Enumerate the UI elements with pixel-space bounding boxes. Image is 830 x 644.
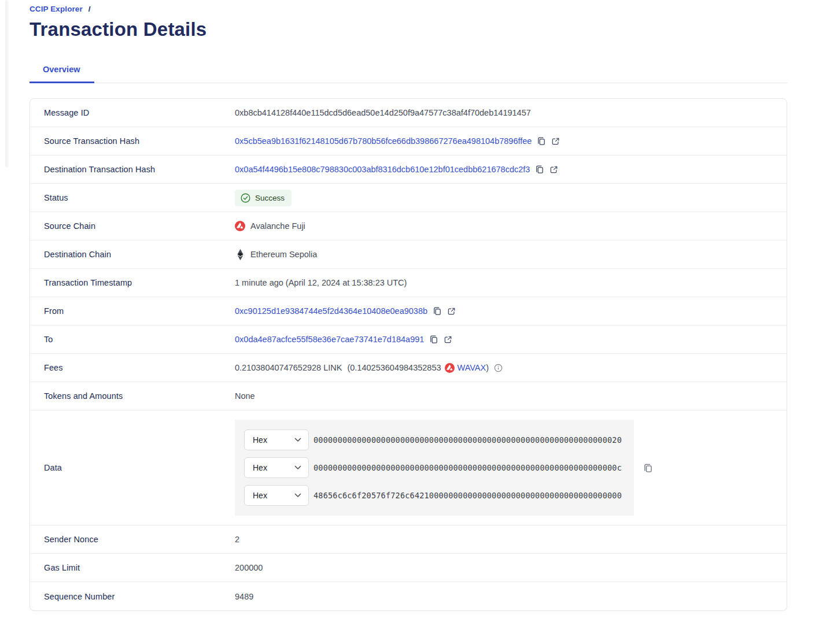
from-address-link[interactable]: 0xc90125d1e9384744e5f2d4364e10408e0ea903… (235, 306, 427, 316)
table-row-status: Status Success (30, 184, 787, 212)
row-label: Destination Chain (30, 250, 235, 259)
row-label: Sender Nonce (30, 535, 235, 544)
table-row-from: From 0xc90125d1e9384744e5f2d4364e10408e0… (30, 297, 787, 325)
message-id-value: 0xb8cb414128f440e115dcd5d6ead50e14d250f9… (235, 108, 531, 117)
row-label: Destination Transaction Hash (30, 165, 235, 174)
timestamp-value: 1 minute ago (April 12, 2024 at 15:38:23… (235, 278, 407, 287)
table-row-message-id: Message ID 0xb8cb414128f440e115dcd5d6ead… (30, 99, 787, 127)
table-row-to: To 0x0da4e87acfce55f58e36e7cae73741e7d18… (30, 325, 787, 354)
table-row-source-chain: Source Chain Avalanche Fuji (30, 212, 787, 240)
copy-icon[interactable] (429, 335, 438, 344)
source-chain-name: Avalanche Fuji (250, 221, 305, 231)
row-label: Data (30, 463, 235, 472)
hex-select-label: Hex (253, 491, 267, 500)
row-label: Status (30, 193, 235, 202)
row-label: Message ID (30, 108, 235, 117)
copy-icon[interactable] (643, 463, 653, 473)
wavax-token-link[interactable]: WAVAX (458, 363, 486, 372)
sequence-number-value: 9489 (235, 592, 253, 601)
breadcrumb: CCIP Explorer / (29, 5, 830, 13)
chevron-down-icon (294, 493, 301, 498)
main-content: CCIP Explorer / Transaction Details Over… (0, 0, 830, 611)
destination-chain-name: Ethereum Sepolia (250, 250, 317, 259)
table-row-fees: Fees 0.21038040747652928 LINK (0.1402536… (30, 354, 787, 382)
destination-tx-hash-link[interactable]: 0x0a54f4496b15e808c798830c003abf8316dcb6… (235, 165, 530, 174)
table-row-sender-nonce: Sender Nonce 2 (30, 525, 787, 554)
data-hex-block: Hex 000000000000000000000000000000000000… (235, 420, 634, 516)
row-label: Source Transaction Hash (30, 136, 235, 146)
to-address-link[interactable]: 0x0da4e87acfce55f58e36e7cae73741e7d184a9… (235, 335, 424, 344)
table-row-data: Data Hex 0000000000000000000000000000000… (30, 410, 787, 525)
copy-icon[interactable] (433, 306, 442, 316)
external-link-icon[interactable] (549, 165, 558, 174)
page-edge-shadow (5, 0, 9, 167)
row-label: Tokens and Amounts (30, 391, 235, 401)
hex-encoding-select[interactable]: Hex (244, 457, 309, 478)
hex-data-line: 0000000000000000000000000000000000000000… (313, 463, 622, 472)
avalanche-icon (445, 363, 455, 373)
row-label: Transaction Timestamp (30, 278, 235, 287)
check-circle-icon (241, 193, 250, 203)
external-link-icon[interactable] (444, 335, 452, 344)
data-line: Hex 000000000000000000000000000000000000… (244, 457, 625, 478)
hex-encoding-select[interactable]: Hex (244, 430, 309, 450)
breadcrumb-link-ccip-explorer[interactable]: CCIP Explorer (29, 5, 83, 13)
row-label: Sequence Number (30, 592, 235, 601)
copy-icon[interactable] (537, 136, 546, 146)
fees-converted-amount: (0.140253604984352853 (347, 363, 441, 372)
table-row-sequence-number: Sequence Number 9489 (30, 582, 787, 610)
table-row-timestamp: Transaction Timestamp 1 minute ago (Apri… (30, 269, 787, 297)
transaction-details-card: Message ID 0xb8cb414128f440e115dcd5d6ead… (29, 98, 787, 611)
tokens-and-amounts-value: None (235, 391, 255, 401)
sender-nonce-value: 2 (235, 535, 239, 544)
row-label: Gas Limit (30, 563, 235, 572)
page-title: Transaction Details (29, 18, 830, 40)
breadcrumb-separator: / (88, 5, 91, 13)
external-link-icon[interactable] (447, 307, 456, 316)
table-row-tokens-and-amounts: Tokens and Amounts None (30, 382, 787, 410)
hex-select-label: Hex (253, 435, 267, 445)
fees-converted-close: ) (486, 363, 489, 372)
fees-amount: 0.21038040747652928 LINK (235, 363, 342, 372)
tab-overview[interactable]: Overview (29, 65, 94, 83)
row-label: From (30, 306, 235, 316)
info-icon[interactable] (494, 364, 503, 372)
table-row-destination-tx-hash: Destination Transaction Hash 0x0a54f4496… (30, 156, 787, 184)
source-tx-hash-link[interactable]: 0x5cb5ea9b1631f62148105d67b780b56fce66db… (235, 136, 532, 146)
external-link-icon[interactable] (551, 137, 560, 146)
table-row-source-tx-hash: Source Transaction Hash 0x5cb5ea9b1631f6… (30, 127, 787, 156)
tab-overview-label: Overview (43, 65, 80, 74)
row-label: To (30, 335, 235, 344)
tab-bar: Overview (29, 65, 787, 83)
gas-limit-value: 200000 (235, 563, 263, 572)
copy-icon[interactable] (535, 165, 544, 174)
data-line: Hex 48656c6c6f20576f726c6421000000000000… (244, 485, 625, 506)
data-line: Hex 000000000000000000000000000000000000… (244, 430, 625, 450)
hex-data-line: 48656c6c6f20576f726c64210000000000000000… (313, 491, 622, 500)
status-badge: Success (235, 190, 292, 206)
row-label: Source Chain (30, 221, 235, 231)
hex-select-label: Hex (253, 463, 267, 472)
table-row-destination-chain: Destination Chain Ethereum Sepolia (30, 240, 787, 269)
ethereum-icon (235, 249, 245, 261)
hex-encoding-select[interactable]: Hex (244, 485, 309, 506)
row-label: Fees (30, 363, 235, 372)
avalanche-icon (235, 221, 245, 231)
chevron-down-icon (294, 465, 301, 470)
chevron-down-icon (294, 438, 301, 442)
status-badge-label: Success (255, 194, 285, 202)
hex-data-line: 0000000000000000000000000000000000000000… (313, 435, 622, 445)
table-row-gas-limit: Gas Limit 200000 (30, 554, 787, 582)
